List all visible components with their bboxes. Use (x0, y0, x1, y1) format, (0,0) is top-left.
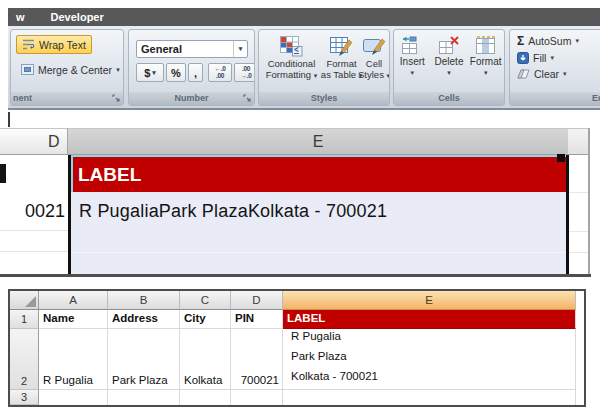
row-header-3[interactable]: 3 (10, 390, 39, 405)
delete-arrow: ▾ (447, 67, 451, 78)
cell-c3[interactable] (180, 390, 231, 405)
tab-view-partial[interactable]: w (16, 11, 25, 23)
cell-b2-value: Park Plaza (112, 374, 168, 386)
cell-e1-label-header[interactable]: LABEL (283, 310, 576, 329)
label-line-3: Kolkata - 700021 (291, 366, 378, 386)
merge-center-button[interactable]: Merge & Center ▾ (16, 60, 124, 79)
increase-decimal-icon-2: .00 (216, 73, 224, 80)
format-cells-button[interactable]: Format ▾ (467, 32, 504, 92)
cell-styles-label-2: Styles ▾ (358, 69, 390, 81)
cell-d1[interactable]: PIN (231, 310, 283, 329)
cell-b2[interactable]: Park Plaza (108, 329, 180, 390)
zoom-column-header-d[interactable]: D (0, 128, 68, 155)
delete-label: Delete (435, 56, 464, 67)
cell-d2[interactable]: 700021 (231, 329, 283, 390)
format-as-table-label-2: as Table ▾ (321, 69, 362, 81)
cell-d3[interactable] (231, 390, 283, 405)
wrap-text-button[interactable]: Wrap Text (16, 35, 92, 54)
delete-cells-icon (438, 35, 461, 56)
autosum-label: AutoSum (528, 35, 571, 47)
cell-a1[interactable]: Name (39, 310, 108, 329)
column-header-b[interactable]: B (108, 291, 180, 310)
zoom-empty-cells-e[interactable] (71, 231, 566, 274)
decrease-decimal-icon-2: →.0 (240, 73, 251, 80)
row-header-2[interactable]: 2 (10, 329, 39, 390)
row-gridline (569, 231, 588, 232)
zoom-cell-pin-fragment[interactable]: 0021 (0, 192, 68, 231)
cell-b3[interactable] (108, 390, 180, 405)
editing-group-footer: Edi (510, 92, 600, 105)
cell-d2-value: 700021 (241, 374, 279, 386)
cell-a3[interactable] (39, 390, 108, 405)
editing-group: Σ AutoSum ▾ Fill ▾ Clear ▾ Edi (509, 29, 600, 106)
zoom-empty-cells-d[interactable] (0, 231, 68, 274)
column-header-d[interactable]: D (231, 291, 283, 310)
label-line-2: Park Plaza (291, 346, 347, 366)
zoom-cell-label-value[interactable]: R PugaliaPark PlazaKolkata - 700021 (71, 192, 566, 231)
merge-center-dropdown-arrow: ▾ (116, 66, 120, 74)
insert-cells-icon (401, 35, 424, 56)
zoom-cell-d1-partial[interactable] (0, 155, 68, 192)
column-header-a[interactable]: A (39, 291, 108, 310)
insert-label: Insert (400, 56, 425, 67)
cell-a2[interactable]: R Pugalia (39, 329, 108, 390)
fill-button[interactable]: Fill ▾ (517, 52, 600, 64)
format-as-table-label-2-text: as Table (321, 69, 356, 80)
autosum-button[interactable]: Σ AutoSum ▾ (517, 34, 600, 48)
clear-arrow: ▾ (563, 70, 567, 78)
worksheet-view: A B C D E 1 Name Address City PIN LABEL … (8, 289, 586, 407)
row-header-1[interactable]: 1 (10, 310, 39, 329)
number-format-combo[interactable]: General ▾ (136, 40, 248, 58)
merge-center-icon (21, 64, 34, 75)
conditional-formatting-label-2: Formatting ▾ (266, 69, 318, 81)
tab-developer[interactable]: Developer (51, 11, 104, 23)
row-gridline (569, 252, 588, 253)
conditional-formatting-label-2-text: Formatting (266, 69, 311, 80)
conditional-formatting-label-1: Conditional (268, 58, 316, 69)
styles-group-footer: Styles (259, 92, 389, 105)
cell-e3[interactable] (283, 390, 576, 405)
conditional-formatting-icon (279, 35, 304, 58)
zoom-column-header-e[interactable]: E (68, 128, 568, 155)
delete-cells-button[interactable]: Delete ▾ (431, 32, 468, 92)
format-as-table-button[interactable]: Format as Table ▾ (324, 32, 359, 92)
zoomed-sheet-view: D E LABEL 0021 R PugaliaPark PlazaKolkat… (0, 110, 600, 277)
decrease-decimal-button[interactable]: .00 →.0 (234, 63, 255, 82)
cell-c2[interactable]: Kolkata (180, 329, 231, 390)
clear-button[interactable]: Clear ▾ (517, 68, 600, 80)
comma-button[interactable]: , (188, 63, 203, 82)
comma-label: , (194, 67, 197, 79)
cell-b1[interactable]: Address (108, 310, 180, 329)
number-dialog-launcher-icon[interactable] (243, 94, 252, 103)
ribbon-body: Wrap Text Merge & Center ▾ nent General … (8, 26, 600, 108)
zoom-view-bottom-border (0, 274, 591, 277)
fill-icon (517, 52, 529, 64)
currency-button[interactable]: $ ▾ (136, 63, 164, 82)
number-group: General ▾ $ ▾ % , ←.0 .00 . (128, 29, 255, 106)
zoom-right-gridline (588, 128, 590, 277)
format-cells-icon (474, 35, 497, 56)
cell-c2-value: Kolkata (184, 374, 222, 386)
cell-c1[interactable]: City (180, 310, 231, 329)
insert-cells-button[interactable]: Insert ▾ (394, 32, 431, 92)
styles-group: Conditional Formatting ▾ Format (258, 29, 390, 106)
format-arrow: ▾ (484, 67, 488, 78)
clear-label: Clear (534, 68, 559, 80)
cell-styles-button[interactable]: Cell Styles ▾ (359, 32, 389, 92)
selection-handle[interactable] (557, 154, 565, 162)
insert-arrow: ▾ (411, 67, 415, 78)
zoom-cell-label-header[interactable]: LABEL (71, 155, 566, 192)
select-all-corner[interactable] (10, 291, 39, 310)
column-header-c[interactable]: C (180, 291, 231, 310)
alignment-dialog-launcher-icon[interactable] (112, 94, 121, 103)
percent-button[interactable]: % (166, 63, 186, 82)
column-border-left (68, 155, 71, 274)
format-label: Format (470, 56, 502, 67)
cell-e2-multiline-label[interactable]: R Pugalia Park Plaza Kolkata - 700021 (283, 329, 576, 390)
increase-decimal-button[interactable]: ←.0 .00 (208, 63, 232, 82)
column-header-e-selected[interactable]: E (283, 291, 576, 310)
percent-label: % (171, 67, 181, 79)
excel-screenshot: w Developer Wrap Text Merge & Center ▾ (0, 0, 600, 414)
row-gridline (569, 192, 588, 193)
conditional-formatting-button[interactable]: Conditional Formatting ▾ (259, 32, 324, 92)
